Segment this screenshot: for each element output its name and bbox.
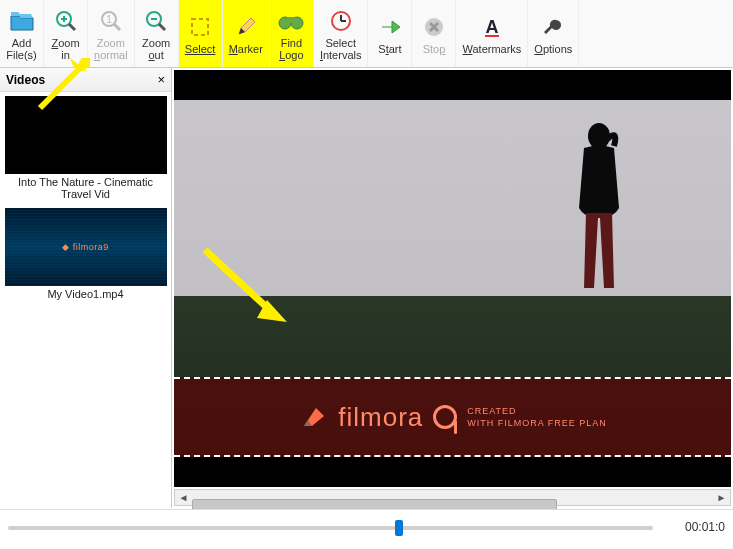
options-label: Options — [534, 43, 572, 55]
clock-icon — [329, 7, 353, 35]
find-logo-label: FindLogo — [279, 37, 303, 61]
zoom-out-label: Zoomout — [142, 37, 170, 61]
video-name: My Video1.mp4 — [47, 288, 123, 300]
pencil-icon — [235, 13, 257, 41]
watermark-selection[interactable]: filmora CREATED WITH FILMORA FREE PLAN — [174, 377, 731, 457]
filmora-logo-icon — [298, 402, 328, 432]
zoom-in-label: Zoomin — [51, 37, 79, 61]
video-preview[interactable]: filmora CREATED WITH FILMORA FREE PLAN — [174, 70, 731, 487]
svg-line-8 — [159, 24, 165, 30]
binoculars-icon — [278, 7, 304, 35]
preview-pane: filmora CREATED WITH FILMORA FREE PLAN ◄… — [172, 68, 733, 508]
videos-sidebar: Videos × Into The Nature - Cinematic Tra… — [0, 68, 172, 508]
select-intervals-label: SelectIntervals — [320, 37, 362, 61]
video-item[interactable]: Into The Nature - Cinematic Travel Vid — [0, 92, 171, 204]
sidebar-header: Videos × — [0, 68, 171, 92]
zoom-normal-label: Zoomnormal — [94, 37, 128, 61]
watermarks-button[interactable]: A Watermarks — [456, 0, 528, 67]
close-icon[interactable]: × — [157, 72, 165, 87]
svg-rect-10 — [192, 19, 208, 35]
dashed-select-icon — [189, 13, 211, 41]
main-toolbar: Add File(s) Zoomin 1 Zoomnormal Zoomout … — [0, 0, 733, 68]
zoom-out-button[interactable]: Zoomout — [135, 0, 179, 67]
svg-rect-13 — [288, 17, 294, 23]
timeline-playhead[interactable] — [395, 520, 403, 536]
marker-tool-button[interactable]: Marker — [223, 0, 270, 67]
video-item[interactable]: ◆ filmora9 My Video1.mp4 — [0, 204, 171, 304]
stop-button[interactable]: Stop — [412, 0, 456, 67]
folder-icon — [9, 7, 35, 35]
timeline-time: 00:01:0 — [685, 520, 725, 534]
add-files-button[interactable]: Add File(s) — [0, 0, 44, 67]
start-label: Start — [378, 43, 401, 55]
horizontal-scrollbar[interactable]: ◄ ► — [174, 489, 731, 506]
select-label: Select — [185, 43, 216, 55]
zoom-in-icon — [54, 7, 78, 35]
timeline-track[interactable] — [8, 526, 653, 530]
find-logo-button[interactable]: FindLogo — [270, 0, 314, 67]
wrench-icon — [542, 13, 564, 41]
svg-text:A: A — [485, 17, 498, 37]
x-circle-icon — [422, 13, 446, 41]
watermarks-label: Watermarks — [462, 43, 521, 55]
watermark-text: filmora CREATED WITH FILMORA FREE PLAN — [338, 402, 607, 433]
arrow-right-icon — [378, 13, 402, 41]
add-files-label: Add File(s) — [6, 37, 37, 61]
zoom-in-button[interactable]: Zoomin — [44, 0, 88, 67]
select-tool-button[interactable]: Select — [179, 0, 223, 67]
timeline-bar: 00:01:0 — [0, 509, 733, 549]
video-name: Into The Nature - Cinematic Travel Vid — [6, 176, 166, 200]
options-button[interactable]: Options — [528, 0, 579, 67]
nine-icon — [433, 405, 457, 429]
marker-label: Marker — [229, 43, 263, 55]
scroll-right-icon[interactable]: ► — [713, 492, 730, 503]
start-button[interactable]: Start — [368, 0, 412, 67]
stop-label: Stop — [423, 43, 446, 55]
video-thumbnail — [5, 96, 167, 174]
zoom-out-icon — [144, 7, 168, 35]
select-intervals-button[interactable]: SelectIntervals — [314, 0, 369, 67]
video-thumbnail: ◆ filmora9 — [5, 208, 167, 286]
sidebar-title: Videos — [6, 73, 45, 87]
svg-text:1: 1 — [106, 14, 112, 25]
svg-line-5 — [114, 24, 120, 30]
main-area: Videos × Into The Nature - Cinematic Tra… — [0, 68, 733, 508]
video-list: Into The Nature - Cinematic Travel Vid ◆… — [0, 92, 171, 508]
text-a-icon: A — [481, 13, 503, 41]
zoom-reset-icon: 1 — [99, 7, 123, 35]
person-silhouette — [564, 118, 634, 298]
scroll-left-icon[interactable]: ◄ — [175, 492, 192, 503]
zoom-normal-button[interactable]: 1 Zoomnormal — [88, 0, 135, 67]
svg-line-1 — [69, 24, 75, 30]
